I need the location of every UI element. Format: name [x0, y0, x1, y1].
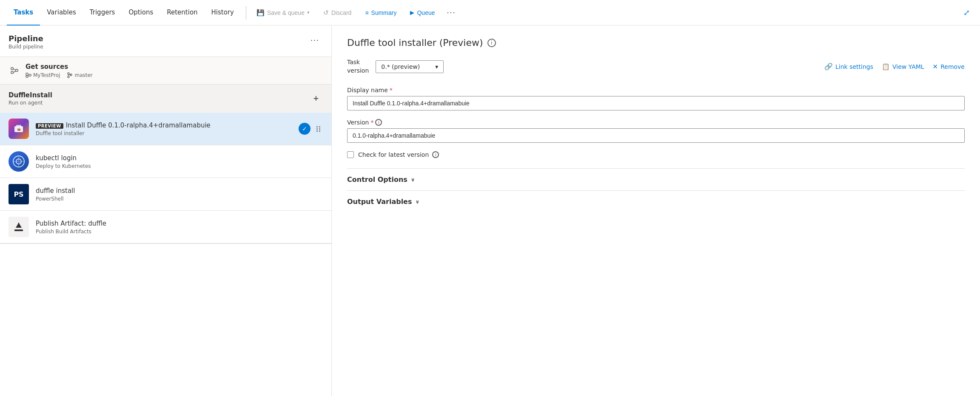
svg-rect-1: [11, 71, 13, 74]
task-check-icon: ✓: [299, 123, 311, 135]
check-latest-info-icon[interactable]: i: [432, 151, 439, 158]
view-yaml-icon: 📋: [882, 63, 890, 71]
branch-meta: master: [67, 72, 92, 78]
version-group: Version * i: [347, 119, 965, 143]
panel-title: Duffle tool installer (Preview) i: [347, 37, 965, 48]
svg-rect-16: [14, 229, 23, 231]
task-duffle-install-subtitle: PowerShell: [36, 196, 323, 202]
summary-button[interactable]: ≡ Summary: [360, 7, 402, 19]
agent-title: DuffleInstall: [9, 91, 52, 99]
agent-section: DuffleInstall Run on agent + 📦 PREVIEWIn: [0, 85, 331, 244]
task-version-select[interactable]: 0.* (preview) ▾: [376, 60, 444, 73]
save-queue-button[interactable]: 💾 Save & queue ▾: [251, 6, 315, 19]
display-name-group: Display name *: [347, 87, 965, 110]
task-item-duffle-install[interactable]: PS duffle install PowerShell: [0, 178, 331, 211]
output-variables-header[interactable]: Output Variables ∨: [347, 198, 965, 206]
pipeline-more-button[interactable]: ···: [307, 34, 323, 46]
more-options-button[interactable]: ···: [444, 6, 459, 20]
task-install-duffle-actions: ✓: [299, 123, 323, 135]
save-queue-label: Save & queue: [267, 9, 305, 16]
task-item-publish-artifact[interactable]: Publish Artifact: duffle Publish Build A…: [0, 211, 331, 243]
svg-text:📦: 📦: [17, 127, 21, 131]
task-install-duffle-name: PREVIEWInstall Duffle 0.1.0-ralpha.4+dra…: [36, 122, 299, 129]
task-version-row: Taskversion 0.* (preview) ▾ 🔗 Link setti…: [347, 58, 965, 75]
save-icon: 💾: [256, 9, 265, 17]
tab-retention[interactable]: Retention: [160, 0, 204, 25]
discard-button[interactable]: ↺ Discard: [318, 6, 356, 19]
display-name-required: *: [390, 87, 393, 93]
kubectl-task-icon: [9, 151, 29, 172]
pipeline-info: Pipeline Build pipeline: [9, 34, 43, 50]
svg-rect-12: [16, 125, 21, 127]
get-sources-icon: [9, 65, 20, 76]
version-info-icon[interactable]: i: [375, 119, 382, 126]
nav-tabs: Tasks Variables Triggers Options Retenti…: [7, 0, 241, 25]
control-options-section: Control Options ∨: [347, 168, 965, 190]
nav-separator: [246, 6, 246, 20]
top-nav: Tasks Variables Triggers Options Retenti…: [0, 0, 980, 25]
task-version-left: Taskversion 0.* (preview) ▾: [347, 58, 444, 75]
get-sources-info: Get sources MyTestProj: [26, 63, 93, 78]
output-variables-section: Output Variables ∨: [347, 190, 965, 212]
tab-variables[interactable]: Variables: [40, 0, 83, 25]
svg-rect-0: [11, 68, 13, 70]
expand-button[interactable]: ⤢: [960, 6, 973, 20]
summary-icon: ≡: [365, 9, 368, 16]
check-latest-checkbox[interactable]: [347, 151, 354, 158]
output-variables-chevron-icon: ∨: [416, 199, 420, 205]
queue-button[interactable]: ▶ Queue: [405, 7, 440, 19]
agent-info: DuffleInstall Run on agent: [9, 91, 52, 106]
svg-line-4: [13, 71, 16, 73]
queue-play-icon: ▶: [410, 9, 414, 16]
svg-rect-6: [26, 76, 28, 77]
version-input[interactable]: [347, 128, 965, 143]
version-field-label: Version * i: [347, 119, 965, 126]
task-install-duffle-info: PREVIEWInstall Duffle 0.1.0-ralpha.4+dra…: [36, 122, 299, 136]
svg-rect-7: [29, 74, 31, 76]
task-version-actions: 🔗 Link settings 📋 View YAML ✕ Remove: [824, 62, 965, 71]
get-sources-title: Get sources: [26, 63, 93, 71]
task-duffle-install-name: duffle install: [36, 187, 323, 195]
svg-rect-5: [26, 73, 28, 75]
get-sources-row[interactable]: Get sources MyTestProj: [0, 57, 331, 85]
preview-badge: PREVIEW: [36, 123, 63, 129]
link-settings-button[interactable]: 🔗 Link settings: [824, 62, 873, 71]
tab-options[interactable]: Options: [122, 0, 160, 25]
get-sources-meta: MyTestProj master: [26, 72, 93, 78]
task-publish-info: Publish Artifact: duffle Publish Build A…: [36, 220, 323, 235]
publish-task-icon: [9, 217, 29, 237]
right-panel: Duffle tool installer (Preview) i Taskve…: [332, 25, 980, 396]
task-item-kubectl-login[interactable]: kubectl login Deploy to Kubernetes: [0, 145, 331, 178]
view-yaml-button[interactable]: 📋 View YAML: [882, 63, 924, 71]
tab-tasks[interactable]: Tasks: [7, 0, 40, 25]
version-chevron-icon: ▾: [435, 63, 438, 70]
task-publish-subtitle: Publish Build Artifacts: [36, 229, 323, 235]
display-name-label: Display name *: [347, 87, 965, 93]
pipeline-header: Pipeline Build pipeline ···: [0, 25, 331, 57]
control-options-header[interactable]: Control Options ∨: [347, 175, 965, 184]
task-kubectl-info: kubectl login Deploy to Kubernetes: [36, 154, 323, 169]
remove-icon: ✕: [933, 63, 938, 71]
task-duffle-install-info: duffle install PowerShell: [36, 187, 323, 202]
link-settings-icon: 🔗: [824, 62, 833, 71]
add-task-button[interactable]: +: [309, 92, 323, 105]
svg-line-3: [13, 69, 16, 71]
discard-icon: ↺: [323, 9, 329, 17]
task-kubectl-name: kubectl login: [36, 154, 323, 162]
remove-button[interactable]: ✕ Remove: [933, 63, 965, 71]
title-info-icon[interactable]: i: [487, 39, 496, 47]
display-name-input[interactable]: [347, 96, 965, 110]
nav-actions: 💾 Save & queue ▾ ↺ Discard ≡ Summary ▶ Q…: [251, 6, 459, 20]
tab-triggers[interactable]: Triggers: [83, 0, 122, 25]
task-item-install-duffle[interactable]: 📦 PREVIEWInstall Duffle 0.1.0-ralpha.4+d…: [0, 113, 331, 145]
task-publish-name: Publish Artifact: duffle: [36, 220, 323, 227]
drag-handle[interactable]: [314, 124, 323, 133]
left-panel: Pipeline Build pipeline ··· Get sources: [0, 25, 332, 396]
check-latest-label: Check for latest version i: [358, 151, 439, 158]
main-content: Pipeline Build pipeline ··· Get sources: [0, 25, 980, 396]
control-options-chevron-icon: ∨: [411, 177, 415, 183]
task-version-value: 0.* (preview): [381, 63, 420, 70]
svg-point-9: [68, 76, 69, 78]
tab-history[interactable]: History: [205, 0, 241, 25]
svg-point-8: [68, 73, 69, 74]
